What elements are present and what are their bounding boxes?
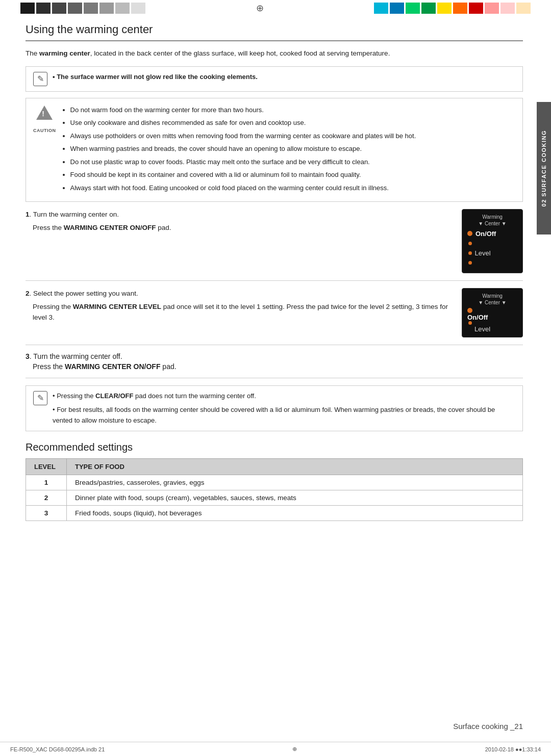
- caution-item: When warming pastries and breads, the co…: [70, 143, 416, 154]
- top-bar-right-blocks: [374, 3, 531, 14]
- step-1-instruction: 1. Turn the warming center on.: [26, 209, 454, 220]
- wd2-row-onoff: On/Off: [467, 308, 517, 321]
- wd-row-onoff: On/Off: [467, 230, 517, 238]
- wd2-dot-orange: [467, 308, 472, 313]
- food-2: Dinner plate with food, soups (cream), v…: [67, 490, 523, 506]
- color-block: [390, 3, 404, 14]
- warming-diagram-2: Warming▼ Center ▼ On/Off Level: [462, 288, 523, 337]
- note-box-2: ✎ • Pressing the CLEAR/OFF pad does not …: [26, 385, 523, 431]
- level-3: 3: [26, 506, 67, 521]
- step-2-text: 2. Select the power setting you want. Pr…: [26, 288, 454, 323]
- wd-dot-small-3: [468, 261, 472, 265]
- wd-row-4: [467, 261, 517, 265]
- intro-bold: warming center: [39, 49, 90, 57]
- wd-title-1: Warming▼ Center ▼: [467, 214, 517, 227]
- wd-title-2: Warming▼ Center ▼: [467, 293, 517, 306]
- col-header-food: TYPE OF FOOD: [67, 459, 523, 475]
- wd-label-level: Level: [475, 249, 491, 257]
- caution-item: Use only cookware and dishes recommended…: [70, 117, 416, 128]
- step-3-sub: Press the WARMING CENTER ON/OFF pad.: [33, 362, 523, 371]
- bottom-left: FE-R500_XAC DG68-00295A.indb 21: [10, 746, 105, 752]
- step-3: 3. Turn the warming center off. Press th…: [26, 352, 523, 378]
- recommended-table: LEVEL TYPE OF FOOD 1 Breads/pastries, ca…: [26, 458, 523, 521]
- col-header-level: LEVEL: [26, 459, 67, 475]
- caution-triangle-icon: [36, 106, 53, 120]
- step-2: 2. Select the power setting you want. Pr…: [26, 288, 523, 345]
- wd-label-onoff: On/Off: [475, 230, 496, 238]
- side-tab: 02 SURFACE COOKING: [537, 102, 551, 234]
- main-content: Using the warming center The warming cen…: [26, 23, 523, 736]
- color-block: [469, 3, 483, 14]
- recommended-heading: Recommended settings: [26, 441, 523, 453]
- color-block: [99, 3, 114, 14]
- step-2-bold: WARMING CENTER LEVEL: [73, 303, 161, 310]
- caution-item: Do not warm food on the warming center f…: [70, 105, 416, 115]
- warming-diagram-1: Warming▼ Center ▼ On/Off Level: [462, 209, 523, 273]
- color-block: [20, 3, 35, 14]
- note2-bold-1: CLEAR/OFF: [95, 392, 133, 400]
- bottom-bar: FE-R500_XAC DG68-00295A.indb 21 ⊕ 2010-0…: [0, 742, 551, 756]
- side-tab-label: 02 SURFACE COOKING: [541, 130, 547, 206]
- color-block: [131, 3, 145, 14]
- page-footer: Surface cooking _21: [453, 722, 523, 731]
- table-header-row: LEVEL TYPE OF FOOD: [26, 459, 523, 475]
- top-bar-center: ⊕: [145, 3, 374, 14]
- step-2-row: 2. Select the power setting you want. Pr…: [26, 288, 523, 337]
- color-block: [36, 3, 51, 14]
- color-block: [421, 3, 436, 14]
- note-text-2: • Pressing the CLEAR/OFF pad does not tu…: [53, 391, 515, 426]
- level-2: 2: [26, 490, 67, 506]
- bottom-right: 2010-02-18 ●●1:33:14: [485, 746, 541, 752]
- caution-label: CAUTION: [33, 128, 56, 133]
- caution-item: Always start with hot food. Eating uncoo…: [70, 183, 416, 193]
- level-1: 1: [26, 475, 67, 490]
- color-block: [406, 3, 420, 14]
- note2-item-1: • Pressing the CLEAR/OFF pad does not tu…: [53, 391, 515, 402]
- wd2-row-2: [467, 321, 517, 325]
- note2-item-2: • For best results, all foods on the war…: [53, 405, 515, 426]
- color-block: [68, 3, 82, 14]
- note-box-1: ✎ • The surface warmer will not glow red…: [26, 66, 523, 92]
- note-icon-2: ✎: [33, 391, 47, 405]
- table-row: 2 Dinner plate with food, soups (cream),…: [26, 490, 523, 506]
- caution-icon-wrap: CAUTION: [33, 106, 56, 133]
- color-block: [453, 3, 467, 14]
- wd-row-level: Level: [467, 249, 517, 257]
- intro-paragraph: The warming center, located in the back …: [26, 48, 523, 59]
- table-row: 3 Fried foods, soups (liquid), hot bever…: [26, 506, 523, 521]
- food-1: Breads/pastries, casseroles, gravies, eg…: [67, 475, 523, 490]
- food-3: Fried foods, soups (liquid), hot beverag…: [67, 506, 523, 521]
- wd2-label-onoff: On/Off: [467, 314, 488, 321]
- wd-dot-small-1: [468, 242, 472, 245]
- note-icon-1: ✎: [33, 72, 47, 86]
- wd2-label-level: Level: [474, 325, 490, 333]
- top-color-bar: ⊕: [0, 0, 551, 16]
- step-1-text: 1. Turn the warming center on. Press the…: [26, 209, 454, 233]
- color-block: [437, 3, 452, 14]
- color-block: [500, 3, 515, 14]
- crosshair-icon: ⊕: [256, 3, 264, 14]
- wd-row-2: [467, 242, 517, 245]
- step-1-row: 1. Turn the warming center on. Press the…: [26, 209, 523, 273]
- color-block: [84, 3, 98, 14]
- wd2-row-level: Level: [467, 325, 517, 333]
- caution-item: Do not use plastic wrap to cover foods. …: [70, 157, 416, 167]
- bottom-center-icon: ⊕: [292, 746, 297, 752]
- step-1: 1. Turn the warming center on. Press the…: [26, 209, 523, 281]
- table-row: 1 Breads/pastries, casseroles, gravies, …: [26, 475, 523, 490]
- wd2-dot-small: [468, 321, 472, 325]
- step-3-bold: WARMING CENTER ON/OFF: [65, 362, 160, 371]
- wd-dot-orange: [467, 231, 472, 236]
- color-block: [374, 3, 388, 14]
- color-block: [516, 3, 531, 14]
- step-1-sub: Press the WARMING CENTER ON/OFF pad.: [33, 222, 454, 233]
- caution-box: CAUTION Do not warm food on the warming …: [26, 98, 523, 202]
- color-block: [115, 3, 130, 14]
- caution-list: Do not warm food on the warming center f…: [61, 105, 416, 195]
- step-2-instruction: 2. Select the power setting you want.: [26, 288, 454, 299]
- caution-item: Food should be kept in its container and…: [70, 169, 416, 180]
- step-3-instruction: 3. Turn the warming center off.: [26, 352, 523, 360]
- wd-dot-small-2: [468, 251, 472, 255]
- caution-item: Always use potholders or oven mitts when…: [70, 131, 416, 141]
- step-2-sub: Pressing the WARMING CENTER LEVEL pad on…: [33, 301, 454, 323]
